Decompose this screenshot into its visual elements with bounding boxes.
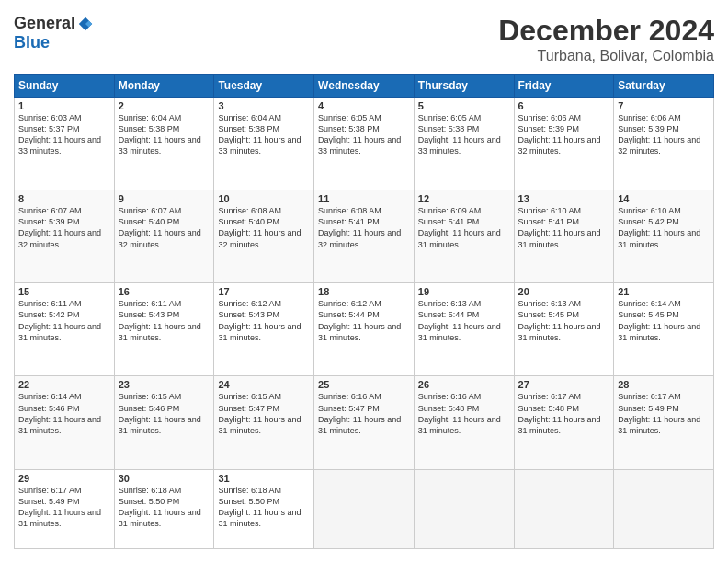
day-number: 21 <box>618 286 710 297</box>
cell-text: Sunrise: 6:05 AMSunset: 5:38 PMDaylight:… <box>418 112 510 157</box>
title-section: December 2024 Turbana, Bolivar, Colombia <box>498 14 714 64</box>
cell-text: Sunrise: 6:10 AMSunset: 5:41 PMDaylight:… <box>518 205 610 250</box>
day-number: 23 <box>119 379 210 390</box>
cell-text: Sunrise: 6:13 AMSunset: 5:45 PMDaylight:… <box>518 298 610 343</box>
day-number: 29 <box>18 473 110 484</box>
table-row: 17Sunrise: 6:12 AMSunset: 5:43 PMDayligh… <box>214 283 314 376</box>
cell-text: Sunrise: 6:16 AMSunset: 5:47 PMDaylight:… <box>318 391 410 436</box>
table-row: 28Sunrise: 6:17 AMSunset: 5:49 PMDayligh… <box>614 376 714 469</box>
day-number: 14 <box>618 193 710 204</box>
cell-text: Sunrise: 6:14 AMSunset: 5:45 PMDaylight:… <box>618 298 710 343</box>
cell-text: Sunrise: 6:06 AMSunset: 5:39 PMDaylight:… <box>618 112 710 157</box>
day-number: 8 <box>18 193 110 204</box>
table-row: 15Sunrise: 6:11 AMSunset: 5:42 PMDayligh… <box>15 283 115 376</box>
table-row: 1Sunrise: 6:03 AMSunset: 5:37 PMDaylight… <box>15 98 115 190</box>
day-number: 16 <box>119 286 210 297</box>
table-row: 25Sunrise: 6:16 AMSunset: 5:47 PMDayligh… <box>314 376 415 469</box>
logo-icon <box>77 16 94 32</box>
table-row: 7Sunrise: 6:06 AMSunset: 5:39 PMDaylight… <box>614 98 714 190</box>
day-number: 22 <box>18 379 110 390</box>
day-number: 17 <box>218 286 310 297</box>
calendar: Sunday Monday Tuesday Wednesday Thursday… <box>14 74 714 549</box>
table-row: 9Sunrise: 6:07 AMSunset: 5:40 PMDaylight… <box>114 190 214 283</box>
table-row: 13Sunrise: 6:10 AMSunset: 5:41 PMDayligh… <box>514 190 614 283</box>
cell-text: Sunrise: 6:18 AMSunset: 5:50 PMDaylight:… <box>218 485 310 530</box>
col-sunday: Sunday <box>15 75 115 98</box>
cell-text: Sunrise: 6:17 AMSunset: 5:49 PMDaylight:… <box>18 485 110 530</box>
table-row: 23Sunrise: 6:15 AMSunset: 5:46 PMDayligh… <box>114 376 214 469</box>
cell-text: Sunrise: 6:03 AMSunset: 5:37 PMDaylight:… <box>18 112 110 157</box>
calendar-week-row: 29Sunrise: 6:17 AMSunset: 5:49 PMDayligh… <box>15 469 714 548</box>
day-number: 15 <box>18 286 110 297</box>
cell-text: Sunrise: 6:07 AMSunset: 5:40 PMDaylight:… <box>119 205 210 250</box>
day-number: 3 <box>218 100 310 111</box>
day-number: 30 <box>119 473 210 484</box>
col-saturday: Saturday <box>614 75 714 98</box>
day-number: 18 <box>318 286 410 297</box>
day-number: 9 <box>119 193 210 204</box>
logo: General Blue <box>14 14 94 52</box>
cell-text: Sunrise: 6:15 AMSunset: 5:46 PMDaylight:… <box>119 391 210 436</box>
day-number: 5 <box>418 100 510 111</box>
cell-text: Sunrise: 6:08 AMSunset: 5:40 PMDaylight:… <box>218 205 310 250</box>
day-number: 6 <box>518 100 610 111</box>
day-number: 12 <box>418 193 510 204</box>
day-number: 7 <box>618 100 710 111</box>
table-row: 29Sunrise: 6:17 AMSunset: 5:49 PMDayligh… <box>15 469 115 548</box>
table-row: 11Sunrise: 6:08 AMSunset: 5:41 PMDayligh… <box>314 190 415 283</box>
table-row: 3Sunrise: 6:04 AMSunset: 5:38 PMDaylight… <box>214 98 314 190</box>
col-tuesday: Tuesday <box>214 75 314 98</box>
header: General Blue December 2024 Turbana, Boli… <box>14 14 714 64</box>
month-title: December 2024 <box>498 14 714 48</box>
cell-text: Sunrise: 6:13 AMSunset: 5:44 PMDaylight:… <box>418 298 510 343</box>
day-number: 31 <box>218 473 310 484</box>
table-row: 24Sunrise: 6:15 AMSunset: 5:47 PMDayligh… <box>214 376 314 469</box>
cell-text: Sunrise: 6:18 AMSunset: 5:50 PMDaylight:… <box>119 485 210 530</box>
calendar-week-row: 22Sunrise: 6:14 AMSunset: 5:46 PMDayligh… <box>15 376 714 469</box>
table-row <box>614 469 714 548</box>
table-row: 6Sunrise: 6:06 AMSunset: 5:39 PMDaylight… <box>514 98 614 190</box>
table-row: 10Sunrise: 6:08 AMSunset: 5:40 PMDayligh… <box>214 190 314 283</box>
location: Turbana, Bolivar, Colombia <box>498 48 714 64</box>
day-number: 27 <box>518 379 610 390</box>
day-number: 28 <box>618 379 710 390</box>
day-number: 25 <box>318 379 410 390</box>
day-number: 26 <box>418 379 510 390</box>
table-row: 19Sunrise: 6:13 AMSunset: 5:44 PMDayligh… <box>414 283 514 376</box>
table-row: 14Sunrise: 6:10 AMSunset: 5:42 PMDayligh… <box>614 190 714 283</box>
calendar-header-row: Sunday Monday Tuesday Wednesday Thursday… <box>15 75 714 98</box>
calendar-week-row: 15Sunrise: 6:11 AMSunset: 5:42 PMDayligh… <box>15 283 714 376</box>
cell-text: Sunrise: 6:11 AMSunset: 5:43 PMDaylight:… <box>119 298 210 343</box>
cell-text: Sunrise: 6:17 AMSunset: 5:49 PMDaylight:… <box>618 391 710 436</box>
cell-text: Sunrise: 6:04 AMSunset: 5:38 PMDaylight:… <box>119 112 210 157</box>
cell-text: Sunrise: 6:16 AMSunset: 5:48 PMDaylight:… <box>418 391 510 436</box>
cell-text: Sunrise: 6:10 AMSunset: 5:42 PMDaylight:… <box>618 205 710 250</box>
cell-text: Sunrise: 6:11 AMSunset: 5:42 PMDaylight:… <box>18 298 110 343</box>
table-row: 26Sunrise: 6:16 AMSunset: 5:48 PMDayligh… <box>414 376 514 469</box>
table-row: 22Sunrise: 6:14 AMSunset: 5:46 PMDayligh… <box>15 376 115 469</box>
table-row: 27Sunrise: 6:17 AMSunset: 5:48 PMDayligh… <box>514 376 614 469</box>
table-row: 5Sunrise: 6:05 AMSunset: 5:38 PMDaylight… <box>414 98 514 190</box>
cell-text: Sunrise: 6:12 AMSunset: 5:43 PMDaylight:… <box>218 298 310 343</box>
cell-text: Sunrise: 6:15 AMSunset: 5:47 PMDaylight:… <box>218 391 310 436</box>
table-row <box>314 469 415 548</box>
logo-general: General <box>14 14 75 33</box>
day-number: 11 <box>318 193 410 204</box>
cell-text: Sunrise: 6:07 AMSunset: 5:39 PMDaylight:… <box>18 205 110 250</box>
col-thursday: Thursday <box>414 75 514 98</box>
day-number: 2 <box>119 100 210 111</box>
table-row: 18Sunrise: 6:12 AMSunset: 5:44 PMDayligh… <box>314 283 415 376</box>
cell-text: Sunrise: 6:06 AMSunset: 5:39 PMDaylight:… <box>518 112 610 157</box>
col-monday: Monday <box>114 75 214 98</box>
table-row <box>514 469 614 548</box>
table-row: 16Sunrise: 6:11 AMSunset: 5:43 PMDayligh… <box>114 283 214 376</box>
table-row: 2Sunrise: 6:04 AMSunset: 5:38 PMDaylight… <box>114 98 214 190</box>
day-number: 24 <box>218 379 310 390</box>
calendar-week-row: 1Sunrise: 6:03 AMSunset: 5:37 PMDaylight… <box>15 98 714 190</box>
day-number: 20 <box>518 286 610 297</box>
day-number: 19 <box>418 286 510 297</box>
cell-text: Sunrise: 6:17 AMSunset: 5:48 PMDaylight:… <box>518 391 610 436</box>
day-number: 1 <box>18 100 110 111</box>
col-wednesday: Wednesday <box>314 75 415 98</box>
day-number: 13 <box>518 193 610 204</box>
